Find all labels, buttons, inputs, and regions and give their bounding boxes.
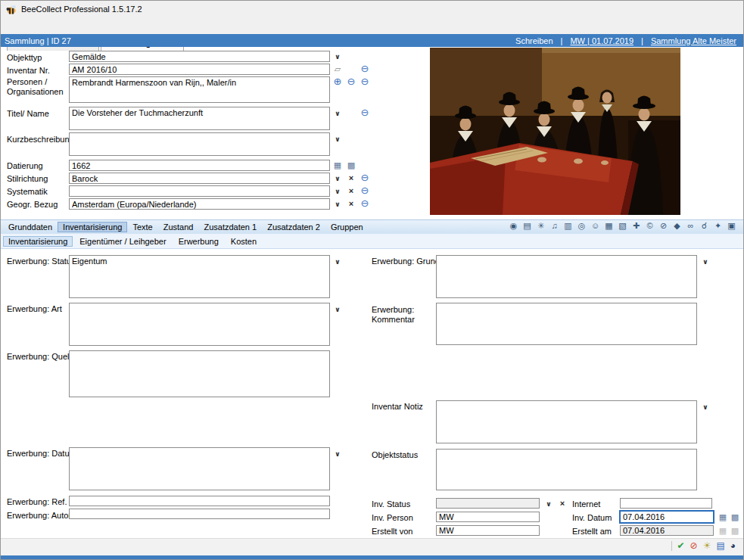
titel-input[interactable]: Die Vorsteher der Tuchmacherzunft bbox=[69, 107, 330, 130]
sub-tab-kosten[interactable]: Kosten bbox=[226, 236, 262, 247]
section-tab-zustand[interactable]: Zustand bbox=[158, 222, 199, 232]
minus-circle-icon[interactable]: ⊖ bbox=[359, 173, 371, 184]
calendar-icon[interactable]: ▦ bbox=[332, 160, 344, 171]
titel-label: Titel/ Name bbox=[7, 109, 49, 119]
shield-icon[interactable]: ◆ bbox=[671, 221, 683, 231]
clear-icon[interactable]: × bbox=[345, 185, 357, 197]
calendar-icon[interactable]: ▦ bbox=[717, 512, 729, 523]
section-tab-inventarisierung[interactable]: Inventarisierung bbox=[58, 222, 127, 232]
inv-person-input[interactable] bbox=[436, 512, 540, 522]
section-tab-zusatzdaten-1[interactable]: Zusatzdaten 1 bbox=[198, 222, 262, 232]
link-icon[interactable]: ∞ bbox=[685, 221, 696, 231]
erwerbung-quelle-input[interactable] bbox=[69, 350, 330, 397]
calendar-grid-icon[interactable]: ▩ bbox=[345, 160, 357, 171]
plus-circle-icon[interactable]: ⊕ bbox=[332, 76, 344, 88]
copy-icon[interactable]: ▤ bbox=[716, 540, 724, 551]
chevron-down-icon[interactable]: ∨ bbox=[332, 199, 344, 210]
inv-status-input[interactable] bbox=[436, 498, 540, 509]
personen-input[interactable]: Rembrandt Harmenszoon van Rijn,, Maler/i… bbox=[69, 76, 330, 103]
window-tab-bar: Welcome × Sammlung × bbox=[1, 17, 743, 34]
view-icon[interactable]: ◉ bbox=[508, 221, 519, 231]
clear-icon[interactable]: × bbox=[556, 498, 568, 509]
sub-tab-erwerbung[interactable]: Erwerbung bbox=[173, 236, 224, 247]
chevron-down-icon[interactable]: ∨ bbox=[332, 51, 344, 63]
minus-circle-icon[interactable]: ⊖ bbox=[359, 185, 371, 197]
clear-icon[interactable]: × bbox=[345, 173, 357, 184]
book-icon[interactable]: ▧ bbox=[617, 221, 628, 231]
chevron-down-icon[interactable]: ∨ bbox=[543, 499, 555, 510]
erstellt-von-input[interactable] bbox=[436, 525, 540, 536]
inventar-nr-input[interactable] bbox=[69, 64, 330, 75]
objekttyp-input[interactable] bbox=[69, 51, 330, 62]
erwerbung-ref-nr-input[interactable] bbox=[69, 496, 330, 506]
collection-link[interactable]: Sammlung Alte Meister bbox=[651, 36, 736, 45]
record-toolbar: ◉ ▤ ✳ ♫ ▥ ◎ ☺ ▦ ▧ ✚ © ⊘ ◆ ∞ ☌ ✦ ▣ bbox=[508, 221, 737, 231]
deny-icon[interactable]: ⊘ bbox=[690, 540, 698, 551]
chevron-down-icon[interactable]: ∨ bbox=[332, 449, 344, 460]
chevron-down-icon[interactable]: ∨ bbox=[699, 402, 711, 413]
erwerbung-datum-input[interactable] bbox=[69, 447, 330, 490]
inv-datum-label: Inv. Datum bbox=[572, 513, 612, 523]
minus-circle-icon[interactable]: ⊖ bbox=[359, 107, 371, 119]
inventar-notiz-input[interactable] bbox=[436, 400, 697, 443]
header-separator: | bbox=[641, 36, 643, 45]
minus-circle-icon[interactable]: ⊖ bbox=[359, 64, 371, 75]
calendar-grid-icon[interactable]: ▩ bbox=[729, 512, 741, 523]
section-tab-grunddaten[interactable]: Grunddaten bbox=[3, 222, 58, 232]
person-icon[interactable]: ☺ bbox=[590, 221, 601, 231]
gear-icon[interactable]: ✳ bbox=[535, 221, 546, 231]
audio-icon[interactable]: ♫ bbox=[549, 221, 560, 231]
erwerbung-autor-input[interactable] bbox=[69, 509, 330, 519]
globe-icon[interactable]: ◕ bbox=[730, 540, 736, 551]
datasheet-icon[interactable]: ▤ bbox=[521, 221, 533, 231]
clear-icon[interactable]: × bbox=[345, 198, 357, 210]
systematik-input[interactable] bbox=[69, 185, 330, 197]
sub-tab-inventarisierung[interactable]: Inventarisierung bbox=[3, 236, 73, 247]
chevron-down-icon[interactable]: ∨ bbox=[699, 257, 711, 268]
chevron-down-icon[interactable]: ∨ bbox=[332, 257, 344, 268]
erstellt-am-label: Erstellt am bbox=[572, 527, 612, 537]
internet-input[interactable] bbox=[620, 498, 712, 509]
inventar-nr-label: Inventar Nr. bbox=[7, 66, 50, 76]
copyright-icon[interactable]: © bbox=[644, 221, 655, 231]
user-stamp-link[interactable]: MW | 01.07.2019 bbox=[570, 36, 633, 45]
add-icon[interactable]: ✚ bbox=[630, 221, 642, 231]
kurzbeschreibung-input[interactable] bbox=[69, 132, 330, 156]
erwerbung-grund-input[interactable] bbox=[436, 255, 697, 298]
minus-circle-icon[interactable]: ⊖ bbox=[359, 76, 371, 88]
erwerbung-kommentar-input[interactable] bbox=[436, 303, 697, 345]
lamp-icon[interactable]: ☀ bbox=[703, 540, 711, 551]
inv-datum-input[interactable] bbox=[619, 510, 714, 524]
window-icon[interactable]: ▣ bbox=[726, 221, 737, 231]
window-bottom-accent bbox=[1, 555, 743, 559]
section-tab-zusatzdaten-2[interactable]: Zusatzdaten 2 bbox=[262, 222, 325, 232]
chevron-down-icon[interactable]: ∨ bbox=[332, 108, 344, 120]
section-tab-gruppen[interactable]: Gruppen bbox=[325, 222, 369, 232]
sub-tab-eigentuemer-leihgeber[interactable]: Eigentümer / Leihgeber bbox=[74, 236, 171, 247]
erstellt-von-label: Erstellt von bbox=[372, 527, 412, 537]
chevron-down-icon[interactable]: ∨ bbox=[332, 304, 344, 316]
clipboard-icon[interactable]: ▥ bbox=[562, 221, 574, 231]
section-tab-texte[interactable]: Texte bbox=[127, 222, 157, 232]
geogr-bezug-input[interactable] bbox=[69, 198, 330, 210]
datierung-input[interactable] bbox=[69, 160, 330, 171]
erwerbung-status-input[interactable]: Eigentum bbox=[69, 255, 330, 298]
chevron-down-icon[interactable]: ∨ bbox=[332, 186, 344, 198]
geogr-bezug-label: Geogr. Bezug bbox=[7, 200, 58, 210]
objektstatus-input[interactable] bbox=[436, 449, 697, 490]
printer-icon[interactable]: ▦ bbox=[603, 221, 615, 231]
erstellt-am-input[interactable] bbox=[620, 525, 714, 536]
restrict-icon[interactable]: ⊘ bbox=[658, 221, 669, 231]
kurzbeschreibung-label: Kurzbeschreibung bbox=[7, 135, 74, 145]
tag-icon[interactable]: ▱ bbox=[332, 64, 344, 75]
chevron-down-icon[interactable]: ∨ bbox=[332, 134, 344, 145]
key-icon[interactable]: ✦ bbox=[712, 221, 724, 231]
erwerbung-art-input[interactable] bbox=[69, 303, 330, 346]
chevron-down-icon[interactable]: ∨ bbox=[332, 173, 344, 185]
stilrichtung-input[interactable] bbox=[69, 173, 330, 184]
minus-circle-icon[interactable]: ⊖ bbox=[345, 76, 357, 88]
search-icon[interactable]: ☌ bbox=[699, 221, 710, 231]
minus-circle-icon[interactable]: ⊖ bbox=[359, 198, 371, 210]
camera-icon[interactable]: ◎ bbox=[576, 221, 587, 231]
ok-icon[interactable]: ✔ bbox=[677, 540, 685, 551]
